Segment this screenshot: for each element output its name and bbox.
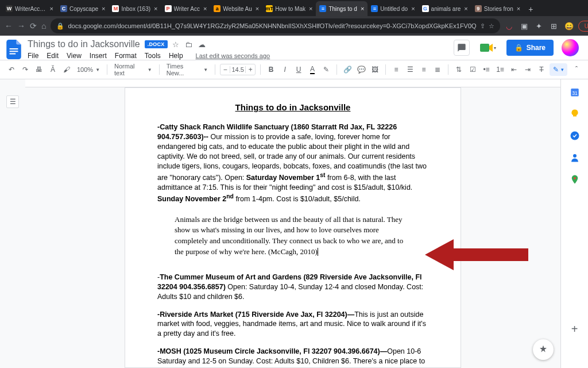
- decrease-indent-button[interactable]: ⇤: [508, 63, 520, 76]
- share-url-icon[interactable]: ⇪: [480, 22, 485, 30]
- print-button[interactable]: 🖶: [33, 63, 45, 76]
- browser-tab[interactable]: MInbox (163)×: [109, 1, 161, 16]
- zoom-select[interactable]: 100%▼: [75, 66, 102, 73]
- menu-view[interactable]: View: [67, 52, 82, 60]
- docs-logo[interactable]: [6, 39, 22, 60]
- clear-formatting-button[interactable]: T: [536, 63, 547, 76]
- new-tab-button[interactable]: +: [524, 2, 537, 16]
- puzzle-icon[interactable]: ⊞: [550, 21, 559, 30]
- favicon: C: [60, 5, 67, 12]
- forward-button[interactable]: →: [17, 20, 25, 32]
- extension-icon-1[interactable]: ▣: [520, 21, 529, 30]
- last-edit-status[interactable]: Last edit was seconds ago: [196, 52, 270, 59]
- font-select[interactable]: Times New...▼: [164, 63, 210, 76]
- menu-edit[interactable]: Edit: [47, 52, 59, 60]
- hide-menus-button[interactable]: ˆ: [571, 63, 582, 76]
- extension-icons: ◡ ▣ ✦ ⊞ 😄: [505, 21, 574, 30]
- maps-icon[interactable]: [569, 174, 581, 185]
- menu-help[interactable]: Help: [169, 52, 183, 60]
- document-page[interactable]: Things to do in Jacksonville -Catty Shac…: [125, 87, 461, 368]
- meet-button[interactable]: ▾: [478, 40, 498, 56]
- emoji-extension-icon[interactable]: 😄: [564, 21, 574, 30]
- close-tab-icon[interactable]: ×: [102, 5, 105, 12]
- spellcheck-button[interactable]: Ă: [47, 63, 59, 76]
- browser-tab[interactable]: ≡Things to d×: [316, 1, 368, 16]
- browser-tab[interactable]: WWriterAccess×: [2, 1, 57, 16]
- url-text: docs.google.com/document/d/0B11H_Q7s9LW4…: [68, 22, 476, 29]
- align-right-button[interactable]: ≡: [418, 63, 430, 76]
- font-size-increase[interactable]: +: [246, 66, 255, 74]
- text-color-button[interactable]: A: [307, 63, 318, 76]
- font-size-value[interactable]: 14.5: [230, 66, 246, 73]
- outline-toggle-button[interactable]: ☰: [6, 95, 19, 108]
- close-tab-icon[interactable]: ×: [411, 5, 415, 12]
- close-tab-icon[interactable]: ×: [50, 5, 53, 12]
- style-select[interactable]: Normal text▼: [112, 63, 154, 76]
- close-tab-icon[interactable]: ×: [256, 5, 259, 12]
- tasks-icon[interactable]: [569, 130, 581, 141]
- increase-indent-button[interactable]: ⇥: [522, 63, 533, 76]
- menu-insert[interactable]: Insert: [90, 52, 107, 60]
- paint-format-button[interactable]: 🖌: [61, 63, 72, 76]
- align-center-button[interactable]: ☰: [404, 63, 416, 76]
- editing-mode-button[interactable]: ✎ ▾: [550, 63, 567, 76]
- close-tab-icon[interactable]: ×: [203, 5, 207, 12]
- bulleted-list-button[interactable]: •≡: [481, 63, 492, 76]
- browser-tab[interactable]: CCopyscape×: [57, 1, 109, 16]
- align-left-button[interactable]: ≡: [390, 63, 402, 76]
- star-icon[interactable]: ☆: [489, 22, 494, 30]
- browser-tab[interactable]: mTHow to Mak×: [262, 1, 316, 16]
- underline-button[interactable]: U: [293, 63, 304, 76]
- line-spacing-button[interactable]: ⇅: [453, 63, 465, 76]
- menu-file[interactable]: File: [28, 52, 38, 60]
- url-box[interactable]: 🔒 docs.google.com/document/d/0B11H_Q7s9L…: [51, 18, 500, 33]
- browser-tab[interactable]: ≡Untitled do×: [368, 1, 418, 16]
- contacts-icon[interactable]: [569, 152, 581, 163]
- close-tab-icon[interactable]: ×: [154, 5, 157, 12]
- browser-tab[interactable]: Ganimals are×: [419, 1, 471, 16]
- font-size-control: − 14.5 +: [220, 64, 256, 75]
- star-document-icon[interactable]: ☆: [172, 40, 179, 49]
- ruler[interactable]: [25, 79, 560, 87]
- comment-history-button[interactable]: [454, 40, 470, 56]
- keep-icon[interactable]: [569, 108, 581, 120]
- undo-button[interactable]: ↶: [6, 63, 17, 76]
- share-button[interactable]: 🔒 Share: [506, 40, 554, 56]
- numbered-list-button[interactable]: 1≡: [494, 63, 506, 76]
- redo-button[interactable]: ↷: [20, 63, 31, 76]
- browser-tab[interactable]: aWebsite Au×: [210, 1, 262, 16]
- italic-button[interactable]: I: [279, 63, 291, 76]
- back-button[interactable]: ←: [5, 20, 13, 32]
- add-addon-icon[interactable]: +: [569, 323, 581, 335]
- calendar-icon[interactable]: 31: [569, 86, 581, 98]
- browser-tab[interactable]: PWriter Acc×: [161, 1, 211, 16]
- menu-format[interactable]: Format: [115, 52, 137, 60]
- account-avatar[interactable]: [562, 39, 579, 56]
- docx-badge: .DOCX: [145, 40, 168, 48]
- font-size-decrease[interactable]: −: [220, 66, 230, 74]
- checklist-button[interactable]: ☑: [467, 63, 478, 76]
- browser-tab[interactable]: 9Stories fron×: [471, 1, 524, 16]
- insert-link-button[interactable]: 🔗: [342, 63, 353, 76]
- home-button[interactable]: ⌂: [41, 20, 46, 32]
- menu-tools[interactable]: Tools: [145, 52, 161, 60]
- header-right: ▾ 🔒 Share: [454, 39, 579, 56]
- insert-image-button[interactable]: 🖼: [369, 63, 381, 76]
- update-button[interactable]: Update: [578, 21, 588, 32]
- reload-button[interactable]: ⟳: [30, 20, 37, 32]
- explore-button[interactable]: [533, 339, 554, 360]
- document-title[interactable]: Things to do in Jacksonville: [28, 39, 140, 49]
- align-justify-button[interactable]: ≣: [432, 63, 443, 76]
- move-document-icon[interactable]: 🗀: [185, 40, 192, 49]
- close-tab-icon[interactable]: ×: [464, 5, 467, 12]
- bold-button[interactable]: B: [265, 63, 277, 76]
- insert-comment-button[interactable]: 💬: [355, 63, 367, 76]
- text-cursor: [318, 248, 318, 256]
- extensions-icon[interactable]: ✦: [535, 21, 544, 30]
- highlight-button[interactable]: ✎: [320, 63, 332, 76]
- paragraph-cummer: -The Cummer Museum of Art and Gardens (8…: [157, 273, 428, 302]
- close-tab-icon[interactable]: ×: [517, 5, 520, 12]
- close-tab-icon[interactable]: ×: [361, 5, 364, 12]
- pocket-icon[interactable]: ◡: [505, 21, 514, 30]
- close-tab-icon[interactable]: ×: [309, 5, 312, 12]
